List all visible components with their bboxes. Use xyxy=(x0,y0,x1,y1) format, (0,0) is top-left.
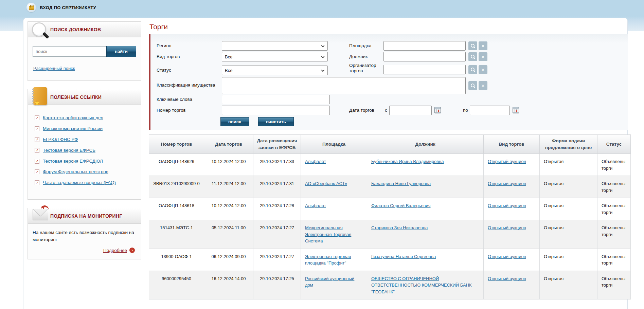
keywords-input[interactable] xyxy=(222,95,330,104)
organizer-search-button[interactable] xyxy=(468,65,477,74)
trade-type-link[interactable]: Открытый аукцион xyxy=(488,254,526,259)
column-header-label: Дата торгов xyxy=(215,142,242,147)
status-select[interactable]: Все xyxy=(222,66,328,75)
status-select-value: Все xyxy=(225,68,232,73)
cert-login-link[interactable]: ВХОД ПО СЕРТИФИКАТУ xyxy=(40,5,96,10)
chevron-right-icon[interactable]: › xyxy=(129,248,135,253)
platform-link[interactable]: Электронная торговая площадка "Профит" xyxy=(305,254,351,266)
trade-type-select[interactable]: Все xyxy=(222,52,328,61)
close-icon: × xyxy=(481,54,485,60)
debtor-input[interactable] xyxy=(383,52,466,61)
date-from-input[interactable] xyxy=(389,106,432,115)
cell-status: Объявлены торги xyxy=(597,220,631,249)
close-icon: × xyxy=(481,43,485,49)
trade-type-link[interactable]: Открытый аукцион xyxy=(488,276,526,281)
useful-link[interactable]: Картотека арбитражных дел xyxy=(43,115,103,121)
external-link-icon: ↗ xyxy=(35,148,39,153)
organizer-input[interactable] xyxy=(383,65,466,74)
debtor-link[interactable]: ОБЩЕСТВО С ОГРАНИЧЕННОЙ ОТВЕТСТВЕННОСТЬЮ… xyxy=(371,276,472,294)
cell-debtor: ОБЩЕСТВО С ОГРАНИЧЕННОЙ ОТВЕТСТВЕННОСТЬЮ… xyxy=(367,271,484,299)
cell-trade-number: 960000295450 xyxy=(149,271,204,299)
filter-search-button[interactable]: поиск xyxy=(220,117,249,126)
cell-placed-date: 29.10.2024 17:27 xyxy=(253,220,301,249)
cell-platform: АО «Сбербанк-АСТ» xyxy=(301,176,367,198)
debtor-search-button[interactable] xyxy=(468,52,477,61)
trade-type-link[interactable]: Открытый аукцион xyxy=(488,203,526,208)
cell-status: Объявлены торги xyxy=(597,271,631,299)
filter-clear-button[interactable]: очистить xyxy=(258,117,294,126)
date-to-label: по xyxy=(463,108,468,113)
platform-link[interactable]: Межрегиональная Электронная Торговая Сис… xyxy=(305,225,351,243)
list-item: ↗ ЕГРЮЛ ФНС РФ xyxy=(35,137,138,143)
platform-link[interactable]: Альфалот xyxy=(305,203,326,208)
external-link-icon: ↗ xyxy=(35,137,39,142)
table-row: 151431-МЭТС-1 05.12.2024 11:00 29.10.202… xyxy=(149,220,631,249)
list-item: ↗ Минэкономразвития России xyxy=(35,126,138,132)
advanced-search-link[interactable]: Расширенный поиск xyxy=(33,66,75,71)
debtor-link[interactable]: Бубенчикова Ирина Владимировна xyxy=(371,159,444,164)
briefcase-glyph xyxy=(29,6,34,10)
trade-type-link[interactable]: Открытый аукцион xyxy=(488,225,526,230)
classification-textarea[interactable] xyxy=(222,77,466,94)
cell-status: Объявлены торги xyxy=(597,154,631,176)
classification-search-button[interactable] xyxy=(468,81,477,90)
page-title: Торги xyxy=(149,23,622,31)
find-button[interactable]: найти xyxy=(106,46,136,57)
search-icon xyxy=(470,54,475,59)
cell-price-form: Открытая xyxy=(540,154,597,176)
trade-type-link[interactable]: Открытый аукцион xyxy=(488,181,526,186)
platform-search-button[interactable] xyxy=(468,41,477,50)
trade-type-select-value: Все xyxy=(225,54,232,59)
table-column-header: Дата размещения заявки в ЕФРСБ xyxy=(253,135,301,154)
organizer-clear-button[interactable]: × xyxy=(479,65,487,74)
classification-clear-button[interactable]: × xyxy=(479,81,487,90)
magnifier-icon xyxy=(31,22,50,42)
list-item: ↗ Картотека арбитражных дел xyxy=(35,115,138,121)
trade-type-link[interactable]: Открытый аукцион xyxy=(488,159,526,164)
calendar-icon[interactable] xyxy=(513,107,519,113)
useful-link[interactable]: Тестовая версия ЕФРСБ xyxy=(43,147,95,154)
cell-placed-date: 29.10.2024 17:25 xyxy=(253,271,301,299)
platform-link[interactable]: Альфалот xyxy=(305,159,326,164)
monitoring-more-link[interactable]: Подробнее xyxy=(103,248,127,253)
platform-input[interactable] xyxy=(383,41,466,51)
trade-number-input[interactable] xyxy=(222,106,330,115)
cell-status: Объявлены торги xyxy=(597,176,631,198)
region-select[interactable] xyxy=(222,41,328,51)
table-column-header: Площадка xyxy=(301,135,367,154)
cell-platform: Электронная торговая площадка "Профит" xyxy=(301,249,367,271)
certificate-lock-icon[interactable] xyxy=(26,3,36,12)
monitoring-title: ПОДПИСКА НА МОНИТОРИНГ xyxy=(50,213,122,219)
useful-link[interactable]: Минэкономразвития России xyxy=(43,126,103,132)
useful-link[interactable]: Форум Федеральных реестров xyxy=(43,169,108,175)
useful-link[interactable]: ЕГРЮЛ ФНС РФ xyxy=(43,137,78,143)
platform-link[interactable]: АО «Сбербанк-АСТ» xyxy=(305,181,347,186)
external-link-icon: ↗ xyxy=(35,159,39,164)
platform-link[interactable]: Российский аукционный дом xyxy=(305,276,354,288)
table-row: SBR013-2410290009-0 11.12.2024 12:00 29.… xyxy=(149,176,631,198)
column-header-label: Форма подачи предложения о цене xyxy=(545,138,592,150)
debtor-link[interactable]: Филатов Сергей Валерьевич xyxy=(371,203,431,208)
debtor-link[interactable]: Старикова Зоя Николаевна xyxy=(371,225,428,230)
cell-trade-number: SBR013-2410290009-0 xyxy=(149,176,204,198)
notebook-star-icon xyxy=(33,87,47,105)
debtor-link[interactable]: Гизатулина Наталья Сергеевна xyxy=(371,254,436,259)
cell-debtor: Филатов Сергей Валерьевич xyxy=(367,198,484,220)
useful-link[interactable]: Часто задаваемые вопросы (FAQ) xyxy=(43,180,116,186)
useful-link[interactable]: Тестовая версия ЕФРСДЮЛ xyxy=(43,158,103,165)
cell-trade-type: Открытый аукцион xyxy=(484,176,540,198)
list-item: ↗ Тестовая версия ЕФРСДЮЛ xyxy=(35,158,138,165)
search-icon xyxy=(470,67,475,72)
date-to-input[interactable] xyxy=(470,106,510,115)
debtor-clear-button[interactable]: × xyxy=(479,52,487,61)
platform-clear-button[interactable]: × xyxy=(479,41,487,50)
calendar-icon[interactable] xyxy=(434,107,441,113)
trade-type-label: Вид торгов xyxy=(157,54,180,59)
cell-platform: Альфалот xyxy=(301,154,367,176)
debtor-link[interactable]: Баландина Нино Гулверовна xyxy=(371,181,431,186)
debtor-search-input[interactable] xyxy=(33,46,106,57)
status-label: Статус xyxy=(157,68,171,73)
column-header-label: Номер торгов xyxy=(161,142,192,147)
cell-placed-date: 29.10.2024 17:28 xyxy=(253,198,301,220)
content-panel: ПОИСК ДОЛЖНИКОВ найти Расширенный поиск … xyxy=(23,18,628,309)
